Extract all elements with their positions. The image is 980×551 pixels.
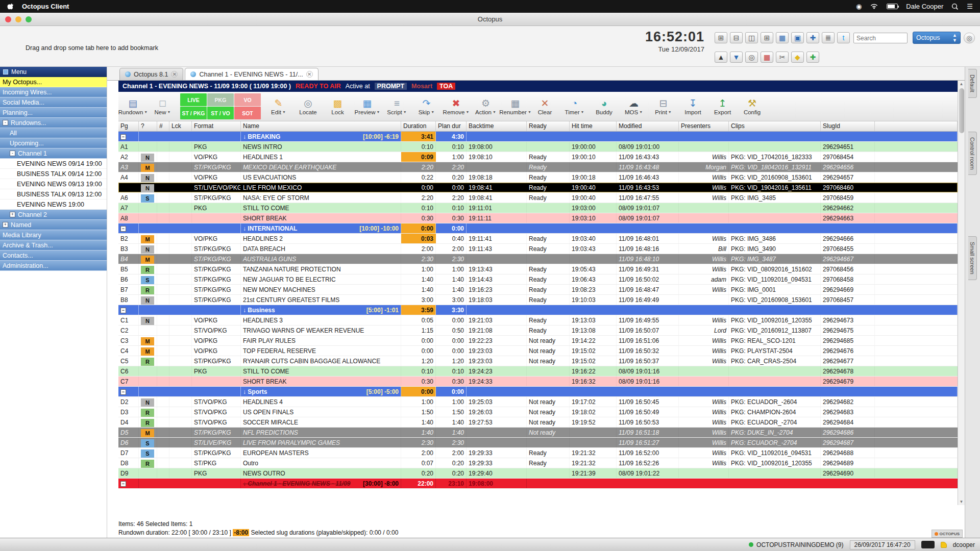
remove-button[interactable]: ✖Remove▼ xyxy=(442,93,471,120)
rundown-row[interactable]: B4MST/PKG/PKGAUSTRALIA GUNS2:302:3011/09… xyxy=(118,254,958,264)
collapse-icon[interactable]: − xyxy=(120,308,126,313)
tree-expander-icon[interactable]: - xyxy=(3,120,8,126)
collapse-icon[interactable]: − xyxy=(120,481,126,487)
action-button[interactable]: ⚙Action▼ xyxy=(471,93,500,120)
battery-icon[interactable] xyxy=(887,4,898,9)
close-window-button[interactable] xyxy=(5,16,11,22)
column-header-hit-time[interactable]: Hit time xyxy=(570,121,617,131)
rundown-row[interactable]: B7RST/PKG/PKGNEW MONEY MACHINES1:401:401… xyxy=(118,285,958,295)
format-sot-button[interactable]: SOT xyxy=(234,107,261,119)
sidebar-item-named[interactable]: +Named xyxy=(0,220,107,230)
collapse-icon[interactable]: − xyxy=(120,134,126,140)
skip-button[interactable]: ↷Skip▼ xyxy=(412,93,441,120)
zoom-window-button[interactable] xyxy=(26,16,32,22)
column-header-modified[interactable]: Modified xyxy=(617,121,679,131)
screen-blue-icon[interactable]: ▦ xyxy=(776,32,789,43)
rundown-row[interactable]: A6SST/PKG/PKGNASA: EYE OF STORM2:202:201… xyxy=(118,193,958,203)
scrollbar-thumb[interactable] xyxy=(959,88,964,133)
rundown-row[interactable]: D3RST/VO/PKGUS OPEN FINALS1:501:5019:26:… xyxy=(118,407,958,417)
add-green-icon[interactable]: ✚ xyxy=(806,52,819,63)
layout-split-icon[interactable]: ⊞ xyxy=(761,32,773,43)
column-header-ready[interactable]: Ready xyxy=(527,121,570,131)
layout-rows-icon[interactable]: ⊟ xyxy=(730,32,743,43)
tab-close-icon[interactable]: ✕ xyxy=(171,71,178,78)
sidebar-item-contacts[interactable]: Contacts... xyxy=(0,251,107,261)
group-row[interactable]: −↓ Sports[5:00] -5:000:000:00 xyxy=(118,387,958,397)
vertical-scrollbar[interactable]: ▲ ▼ xyxy=(958,81,965,505)
column-header-format[interactable]: Format xyxy=(192,121,241,131)
tab-close-icon[interactable]: ✕ xyxy=(306,71,313,78)
rundown-row[interactable]: C3MVO/PKGFAIR PLAY RULES0:000:0019:22:23… xyxy=(118,336,958,346)
tree-expander-icon[interactable]: + xyxy=(3,222,8,228)
rundown-row[interactable]: B8NST/PKG/PKG21st CENTURY GREATEST FILMS… xyxy=(118,295,958,305)
column-header-[interactable]: # xyxy=(157,121,169,131)
sidebar-item-media-library[interactable]: Media Library xyxy=(0,230,107,240)
print-button[interactable]: ⊟Print▼ xyxy=(649,93,678,120)
tab-octopus-8-1[interactable]: Octopus 8.1✕ xyxy=(119,68,183,80)
menubar-user[interactable]: Dale Cooper xyxy=(906,3,943,10)
column-header-clips[interactable]: Clips xyxy=(729,121,821,131)
group-row[interactable]: −↓ INTERNATIONAL[10:00] -10:000:000:00 xyxy=(118,223,958,234)
rundown-row[interactable]: B6SST/PKG/PKGNEW JAGUAR TO BE ELECTRIC1:… xyxy=(118,274,958,285)
search-scope-select[interactable]: Octopus ▲▼ xyxy=(913,32,961,44)
panel-tab-default[interactable]: Default xyxy=(968,69,977,98)
rundown-row[interactable]: C2ST/VO/PKGTRIVAGO WARNS OF WEAKER REVEN… xyxy=(118,325,958,336)
sidebar-item-channel-1[interactable]: -Channel 1 xyxy=(0,148,107,159)
column-header-lck[interactable]: Lck xyxy=(169,121,192,131)
sidebar-item-evening-news-09-13-19-00[interactable]: EVENING NEWS 09/13 19:00 xyxy=(0,179,107,189)
column-header-plan-dur[interactable]: Plan dur xyxy=(436,121,467,131)
import-button[interactable]: ↧Import xyxy=(678,93,707,120)
filter-icon[interactable]: ▼ xyxy=(730,52,743,63)
group-row[interactable]: −↓ BREAKING[10:00] -6:193:414:30 xyxy=(118,132,958,142)
plugin-icon[interactable]: ▦ xyxy=(761,52,773,63)
sidebar-item-incoming-wires[interactable]: Incoming Wires... xyxy=(0,87,107,97)
prompt-badge[interactable]: PROMPT xyxy=(375,83,407,90)
rundown-row[interactable]: D9PKGNEWS OUTRO0:200:2019:29:4019:21:390… xyxy=(118,468,958,479)
scroll-up-arrow-icon[interactable]: ▲ xyxy=(960,81,964,87)
sidebar-item-my-octopus[interactable]: My Octopus... xyxy=(0,77,107,87)
rundown-row[interactable]: B3NST/PKG/PKGDATA BREACH2:002:0019:11:43… xyxy=(118,244,958,254)
format-st-vo-button[interactable]: ST / VO xyxy=(207,107,234,119)
list-view-icon[interactable]: ≣ xyxy=(822,32,835,43)
rundown-row[interactable]: A8SHORT BREAK0:300:3019:11:1119:03:1008/… xyxy=(118,213,958,223)
rundown-row[interactable]: C7SHORT BREAK0:300:3019:24:3319:16:3208/… xyxy=(118,377,958,387)
rundown-row[interactable]: A2NVO/PKGHEADLINES 10:091:0019:08:10Read… xyxy=(118,152,958,162)
format-live-button[interactable]: LIVE xyxy=(180,93,207,106)
rundown-row[interactable]: D5MST/PKG/PKGNFL PREDICTIONS1:401:40Not … xyxy=(118,428,958,438)
twitter-icon[interactable]: t xyxy=(837,32,850,43)
rundown-row[interactable]: D7SST/PKG/PKGEUROPEAN MASTERS2:002:0019:… xyxy=(118,448,958,458)
rundown-row[interactable]: A7PKGSTILL TO COME0:100:1019:11:0119:03:… xyxy=(118,203,958,213)
control-center-icon[interactable]: ☰ xyxy=(967,3,973,10)
collapse-icon[interactable]: − xyxy=(120,389,126,395)
rundown-row[interactable]: D8RST/PKGOutro0:070:2019:29:33Ready19:21… xyxy=(118,458,958,468)
sidebar-item-channel-2[interactable]: +Channel 2 xyxy=(0,210,107,220)
rundown-row[interactable]: A1PKGNEWS INTRO0:100:1019:08:0019:00:000… xyxy=(118,142,958,152)
rundown-row[interactable]: D2NST/VO/PKGHEADLINES 41:001:0019:25:03N… xyxy=(118,397,958,407)
panel-tab-control-room[interactable]: Control room xyxy=(968,132,977,176)
config-button[interactable]: ⚒Config xyxy=(738,93,767,120)
format-st-pkg-button[interactable]: ST / PKG xyxy=(180,107,207,119)
format-pkg-button[interactable]: PKG xyxy=(207,93,234,106)
export-button[interactable]: ↥Export xyxy=(708,93,737,120)
layout-columns-icon[interactable]: ◫ xyxy=(745,32,758,43)
wifi-icon[interactable] xyxy=(870,3,878,10)
screen-record-icon[interactable]: ◉ xyxy=(856,3,862,10)
app-title[interactable]: Octopus Client xyxy=(22,3,69,10)
column-header-duration[interactable]: Duration xyxy=(401,121,436,131)
tab-channel-1-evening-news-11[interactable]: Channel 1 - EVENING NEWS - 11/...✕ xyxy=(185,68,318,80)
panel-add-icon[interactable]: ✚ xyxy=(806,32,819,43)
rundown-row[interactable]: B5RST/PKG/PKGTANZANIA NATURE PROTECTION1… xyxy=(118,264,958,274)
rundown-row[interactable]: C5RST/PKG/PKGRYANAIR CUTS CABIN BAGGAGE … xyxy=(118,356,958,366)
buddy-button[interactable]: ◕Buddy xyxy=(590,93,619,120)
sidebar-item-all[interactable]: All xyxy=(0,128,107,138)
column-header-backtime[interactable]: Backtime xyxy=(467,121,527,131)
tag-icon[interactable]: ◆ xyxy=(791,52,804,63)
sidebar-item-evening-news-09-14-19-00[interactable]: EVENING NEWS 09/14 19:00 xyxy=(0,159,107,169)
search-go-button[interactable]: ◎ xyxy=(964,33,975,43)
scroll-down-arrow-icon[interactable]: ▼ xyxy=(960,498,964,505)
locate-button[interactable]: ◎Locate xyxy=(293,93,323,120)
rundown-row[interactable]: D6SST/LIVE/PKGLIVE FROM PARALYMPIC GAMES… xyxy=(118,438,958,448)
sidebar-item-upcoming[interactable]: Upcoming... xyxy=(0,138,107,148)
toa-badge[interactable]: TOA xyxy=(437,83,455,90)
column-header-pg[interactable]: Pg xyxy=(118,121,139,131)
